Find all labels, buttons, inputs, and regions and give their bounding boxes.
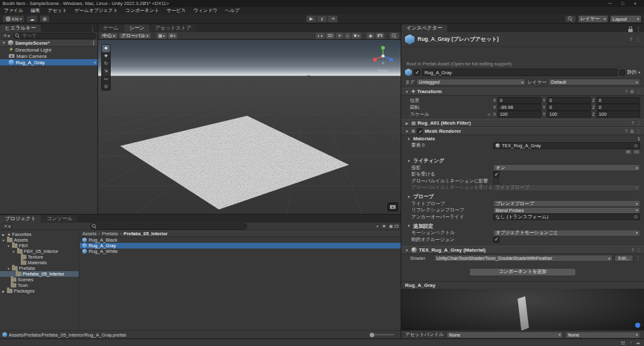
menu-item-window[interactable]: ウィンドウ bbox=[189, 8, 221, 14]
rotation-x-field[interactable]: -89.98 bbox=[497, 104, 541, 111]
open-prefab-arrow-icon[interactable]: › bbox=[94, 60, 97, 65]
scale-y-field[interactable]: 100 bbox=[547, 111, 591, 118]
cast-shadows-dropdown[interactable]: オン ▾ bbox=[493, 164, 640, 171]
tab-inspector[interactable]: インスペクター bbox=[401, 25, 447, 32]
position-z-field[interactable]: 0 bbox=[596, 97, 640, 104]
breadcrumb-assets[interactable]: Assets bbox=[82, 231, 97, 237]
constrain-proportions-icon[interactable]: ∞ bbox=[487, 112, 491, 116]
tag-dropdown[interactable]: Untagged ▾ bbox=[416, 79, 525, 86]
preview-badge-icon[interactable] bbox=[635, 323, 640, 328]
tab-asset-store[interactable]: アセットストア bbox=[150, 25, 196, 32]
tree-item-texture[interactable]: Texture bbox=[0, 254, 79, 260]
component-enabled-checkbox[interactable] bbox=[417, 128, 423, 134]
rotation-y-field[interactable]: 0 bbox=[547, 104, 591, 111]
transform-header[interactable]: ▼ ✚ Transform ? ☰ ⋮ bbox=[401, 87, 644, 96]
progress-status-icon[interactable]: ◔ bbox=[629, 340, 632, 345]
breadcrumb-prefabs[interactable]: Prefabs bbox=[102, 231, 118, 237]
active-checkbox[interactable] bbox=[414, 69, 420, 75]
services-button[interactable]: ⚙ bbox=[40, 15, 50, 23]
pivot-dropdown[interactable]: 中心 ▾ bbox=[100, 33, 118, 39]
foldout-closed-icon[interactable]: ▶ bbox=[1, 233, 6, 237]
tab-console[interactable]: コンソール bbox=[42, 215, 77, 223]
hidden-packages-toggle[interactable]: ◉ 15 bbox=[389, 223, 399, 229]
menu-item-assets[interactable]: アセット bbox=[44, 8, 71, 14]
thumbnail-zoom-slider[interactable] bbox=[369, 334, 394, 335]
kebab-icon[interactable]: ⋮ bbox=[636, 89, 641, 94]
foldout-open-icon[interactable]: ▼ bbox=[11, 250, 16, 254]
foldout-open-icon[interactable]: ▼ bbox=[404, 248, 409, 252]
menu-item-component[interactable]: コンポーネント bbox=[121, 8, 163, 14]
materials-foldout[interactable]: ▼ Materials 1 bbox=[401, 135, 644, 142]
save-search-icon[interactable]: ★ bbox=[382, 223, 386, 229]
create-menu-button[interactable]: + ▾ bbox=[1, 33, 12, 39]
help-icon[interactable]: ? bbox=[625, 129, 628, 134]
hierarchy-item-main-camera[interactable]: Main Camera bbox=[0, 53, 97, 59]
material-object-field[interactable]: TEX_Rug_A_Gray ⊙ bbox=[493, 142, 640, 149]
receive-shadows-checkbox[interactable] bbox=[493, 171, 499, 177]
rect-tool-button[interactable]: ▭ bbox=[102, 75, 110, 82]
view-tool-button[interactable]: ❖ bbox=[102, 45, 110, 52]
kebab-icon[interactable]: ⋮ bbox=[635, 255, 640, 261]
menu-item-file[interactable]: ファイル bbox=[0, 8, 27, 14]
play-button[interactable]: ▶ bbox=[306, 15, 317, 23]
orientation-gizmo[interactable]: Persp bbox=[372, 45, 394, 74]
help-icon[interactable]: ? bbox=[631, 121, 634, 126]
rotate-tool-button[interactable]: ↻ bbox=[102, 60, 110, 67]
gizmo-perspective-label[interactable]: Persp bbox=[372, 69, 394, 73]
position-x-field[interactable]: 0 bbox=[497, 97, 541, 104]
preview-area[interactable] bbox=[401, 289, 644, 330]
tree-item-packages[interactable]: ▶ Packages bbox=[0, 288, 79, 294]
search-by-type-icon[interactable]: ◐ bbox=[376, 223, 379, 229]
tree-item-fbx-05-interior[interactable]: ▼ FBX_05_Interior bbox=[0, 248, 79, 254]
kebab-icon[interactable]: ⋮ bbox=[636, 121, 641, 126]
close-button[interactable]: × bbox=[629, 1, 641, 6]
object-picker-icon[interactable]: ⊙ bbox=[634, 214, 638, 220]
step-button[interactable]: ⇥ bbox=[328, 15, 338, 23]
minimize-button[interactable]: ─ bbox=[604, 1, 616, 6]
camera-overlay-button[interactable] bbox=[387, 203, 398, 211]
snap-settings-button[interactable]: ⊞ ▾ bbox=[168, 33, 177, 39]
grid-visibility-button[interactable]: ▦ ▾ bbox=[157, 33, 167, 39]
scene-lighting-button[interactable]: ☀ bbox=[336, 33, 343, 39]
kebab-icon[interactable]: ⋮ bbox=[636, 36, 641, 42]
foldout-closed-icon[interactable]: ▶ bbox=[1, 289, 6, 293]
preset-icon[interactable]: ☰ bbox=[630, 89, 634, 94]
cloud-button[interactable]: ☁ bbox=[26, 15, 38, 23]
foldout-open-icon[interactable]: ▼ bbox=[404, 90, 409, 94]
tab-project[interactable]: プロジェクト bbox=[0, 215, 41, 223]
add-material-button[interactable]: + bbox=[625, 149, 632, 155]
kebab-icon[interactable]: ⋮ bbox=[636, 129, 641, 134]
preset-icon[interactable]: ☰ bbox=[630, 129, 634, 134]
gi-contribute-checkbox[interactable] bbox=[493, 178, 499, 184]
project-search-input[interactable] bbox=[90, 223, 247, 230]
scale-x-field[interactable]: 100 bbox=[497, 111, 541, 118]
global-search-button[interactable] bbox=[565, 15, 576, 23]
foldout-closed-icon[interactable]: ▶ bbox=[404, 121, 409, 125]
add-component-button[interactable]: コンポーネントを追加 bbox=[469, 268, 576, 276]
scene-visibility-button[interactable]: ◉ bbox=[367, 33, 374, 39]
hierarchy-item-directional-light[interactable]: ☀ Directional Light bbox=[0, 47, 97, 53]
slider-knob[interactable] bbox=[370, 333, 374, 337]
hierarchy-search-input[interactable] bbox=[13, 33, 96, 39]
rotation-z-field[interactable]: 0 bbox=[596, 104, 640, 111]
probes-foldout[interactable]: ▼ プローブ bbox=[401, 193, 644, 201]
help-icon[interactable]: ? bbox=[625, 89, 628, 94]
preview-header[interactable]: Rug_A_Gray bbox=[401, 281, 644, 289]
foldout-open-icon[interactable]: ▼ bbox=[1, 238, 6, 242]
file-item-rug-a-gray[interactable]: Rug_A_Gray bbox=[80, 243, 401, 248]
lock-icon[interactable] bbox=[628, 29, 633, 32]
asset-bundle-dropdown[interactable]: None ▾ bbox=[447, 332, 563, 338]
foldout-open-icon[interactable]: ▼ bbox=[1, 41, 6, 45]
foldout-open-icon[interactable]: ▼ bbox=[6, 244, 11, 248]
help-icon[interactable]: ? bbox=[631, 248, 634, 253]
scene-effects-button[interactable]: ✱ ▾ bbox=[352, 33, 361, 39]
pause-button[interactable]: ‖ bbox=[317, 15, 328, 23]
account-dropdown[interactable]: KN ▾ bbox=[3, 15, 25, 23]
kebab-icon[interactable]: ⋮ bbox=[636, 26, 641, 32]
tree-item-prefabs[interactable]: ▼ Prefabs bbox=[0, 265, 79, 271]
lighting-foldout[interactable]: ▼ ライティング bbox=[401, 157, 644, 165]
move-tool-button[interactable]: ✚ bbox=[102, 52, 110, 60]
gameobject-name-field[interactable]: Rug_A_Gray bbox=[422, 69, 618, 76]
additional-settings-foldout[interactable]: ▼ 追加設定 bbox=[401, 222, 644, 230]
shader-dropdown[interactable]: UnityChanToonShader/Toon_DoubleShadeWith… bbox=[434, 255, 613, 262]
